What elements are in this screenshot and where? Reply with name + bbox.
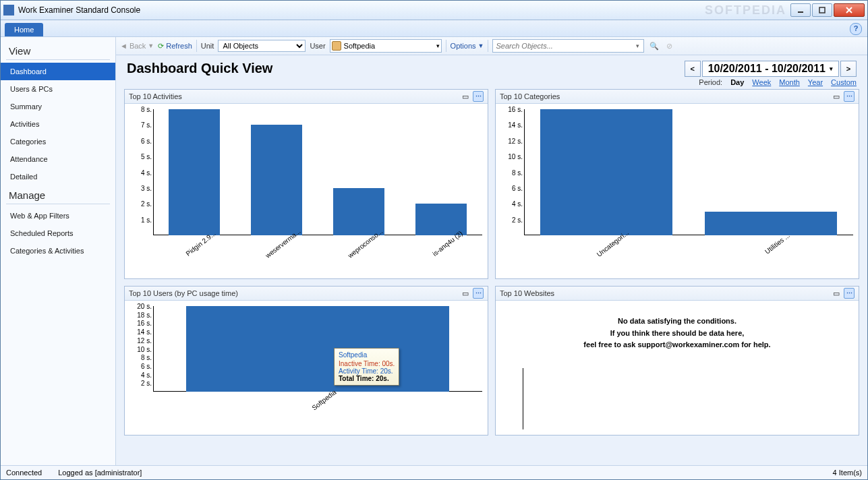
divider [446, 40, 446, 52]
period-year[interactable]: Year [808, 78, 823, 86]
date-next-button[interactable]: > [840, 61, 857, 77]
back-arrow-icon: ◄ [120, 42, 127, 50]
search-input[interactable] [492, 39, 644, 53]
user-value: Softpedia [344, 42, 436, 50]
y-tick: 6 s. [141, 137, 152, 144]
y-tick: 1 s. [141, 216, 152, 223]
user-label: User [310, 42, 325, 50]
options-button[interactable]: Options ▼ [451, 42, 484, 50]
maximize-button[interactable] [812, 3, 832, 17]
sidebar-heading-view: View [1, 41, 115, 58]
sidebar-item-activities[interactable]: Activities [1, 115, 115, 133]
y-tick: 2 s. [141, 380, 152, 387]
svg-rect-1 [819, 7, 825, 13]
panel-menu-icon[interactable]: ⋯ [844, 288, 855, 299]
tooltip-inactive: Inactive Time: 00s. [339, 360, 395, 367]
sidebar-item-categories-activities[interactable]: Categories & Activities [1, 242, 115, 260]
close-button[interactable] [834, 3, 865, 17]
y-tick: 4 s. [512, 200, 523, 208]
date-range-picker[interactable]: 10/20/2011 - 10/20/2011 ▾ [702, 61, 839, 77]
divider [488, 40, 488, 52]
chevron-down-icon[interactable]: ▾ [636, 42, 639, 49]
panel-title: Top 10 Categories [500, 92, 560, 100]
chart-categories: 2 s.4 s.6 s.8 s.10 s.12 s.14 s.16 s.Unca… [501, 109, 853, 273]
y-tick: 5 s. [141, 153, 152, 160]
empty-line: If you think there should be data here, [500, 328, 855, 340]
period-day[interactable]: Day [730, 78, 744, 86]
period-custom[interactable]: Custom [831, 78, 857, 86]
toolbar: ◄ Back ▼ ⟳ Refresh Unit All Objects User… [116, 37, 867, 55]
sidebar-heading-manage: Manage [1, 185, 115, 202]
minimize-button[interactable] [790, 3, 811, 17]
collapse-icon[interactable]: ▭ [831, 288, 842, 299]
y-tick: 14 s. [137, 328, 152, 336]
panel-menu-icon[interactable]: ⋯ [844, 91, 855, 102]
y-tick: 14 s. [508, 121, 523, 129]
period-week[interactable]: Week [752, 78, 771, 86]
status-item-count: 4 Item(s) [833, 469, 862, 477]
y-tick: 8 s. [141, 354, 152, 361]
y-tick: 6 s. [141, 362, 152, 369]
app-icon [3, 5, 14, 16]
window-title: Work Examiner Standard Console [18, 5, 790, 15]
tab-home[interactable]: Home [5, 23, 43, 36]
panel-menu-icon[interactable]: ⋯ [473, 91, 484, 102]
empty-line: feel free to ask support@workexaminer.co… [500, 339, 855, 351]
y-tick: 3 s. [141, 184, 152, 191]
y-tick: 12 s. [137, 336, 152, 344]
panel-menu-icon[interactable]: ⋯ [473, 288, 484, 299]
sidebar-item-users-pcs[interactable]: Users & PCs [1, 80, 115, 98]
page-title: Dashboard Quick View [127, 61, 678, 76]
chart-bar[interactable] [251, 125, 302, 235]
y-tick: 16 s. [508, 106, 523, 113]
sidebar: View Dashboard Users & PCs Summary Activ… [1, 37, 116, 465]
chevron-down-icon: ▾ [436, 42, 440, 49]
user-select[interactable]: Softpedia ▾ [330, 39, 442, 53]
sidebar-item-filters[interactable]: Web & App Filters [1, 207, 115, 224]
refresh-button[interactable]: ⟳ Refresh [158, 42, 192, 51]
refresh-icon: ⟳ [158, 42, 164, 51]
period-label: Period: [699, 78, 722, 86]
search-icon[interactable]: 🔍 [649, 40, 660, 51]
tooltip-total: Total Time: 20s. [339, 375, 395, 382]
chevron-down-icon: ▼ [478, 42, 484, 49]
refresh-label: Refresh [166, 42, 192, 50]
ribbon: Home ? [1, 20, 867, 37]
date-prev-button[interactable]: < [685, 61, 701, 77]
period-selector: Period: Day Week Month Year Custom [699, 78, 857, 86]
y-tick: 4 s. [141, 169, 152, 176]
back-button[interactable]: ◄ Back ▼ [120, 42, 154, 50]
divider [6, 59, 110, 60]
y-tick: 18 s. [137, 311, 152, 318]
sidebar-item-scheduled-reports[interactable]: Scheduled Reports [1, 224, 115, 242]
unit-select[interactable]: All Objects [218, 40, 306, 52]
user-icon [332, 41, 341, 51]
help-icon[interactable]: ? [850, 23, 862, 35]
y-tick: 7 s. [141, 121, 152, 129]
sidebar-item-categories[interactable]: Categories [1, 133, 115, 150]
y-tick: 10 s. [137, 345, 152, 353]
collapse-icon[interactable]: ▭ [460, 91, 471, 102]
chart-users: 2 s.4 s.6 s.8 s.10 s.12 s.14 s.16 s.18 s… [130, 306, 482, 429]
y-tick: 4 s. [141, 371, 152, 378]
panel-categories: Top 10 Categories ▭ ⋯ 2 s.4 s.6 s.8 s.10… [495, 89, 859, 279]
empty-state: No data satisfying the conditions. If yo… [500, 306, 855, 351]
status-connection: Connected [6, 469, 42, 477]
tooltip-active: Activity Time: 20s. [339, 367, 395, 375]
chart-bar[interactable] [169, 109, 220, 235]
chevron-down-icon: ▾ [830, 65, 833, 72]
unit-label: Unit [201, 42, 214, 50]
collapse-icon[interactable]: ▭ [460, 288, 471, 299]
clear-search-icon[interactable]: ⊘ [664, 40, 674, 51]
divider [6, 204, 110, 204]
axis-stub [523, 368, 523, 429]
period-month[interactable]: Month [779, 78, 800, 86]
sidebar-item-summary[interactable]: Summary [1, 98, 115, 115]
collapse-icon[interactable]: ▭ [831, 91, 842, 102]
sidebar-item-dashboard[interactable]: Dashboard [1, 63, 115, 80]
y-tick: 2 s. [512, 216, 523, 223]
y-tick: 8 s. [512, 169, 523, 176]
panel-title: Top 10 Users (by PC usage time) [129, 289, 238, 297]
sidebar-item-detailed[interactable]: Detailed [1, 168, 115, 185]
sidebar-item-attendance[interactable]: Attendance [1, 150, 115, 168]
